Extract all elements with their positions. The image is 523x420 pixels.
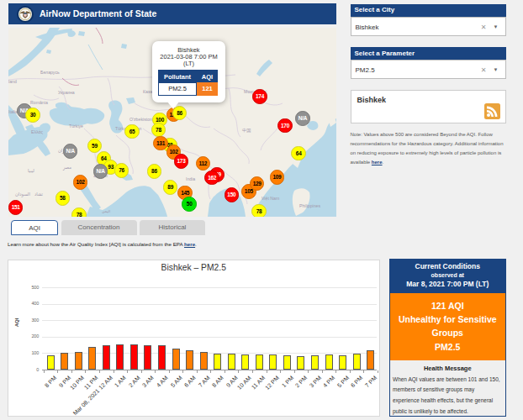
svg-text:مصر: مصر (62, 165, 71, 171)
svg-text:Беларусь: Беларусь (40, 70, 60, 75)
svg-text:Türkiye: Türkiye (69, 123, 83, 129)
svg-text:România: România (30, 100, 48, 105)
svg-text:ليبيا: ليبيا (28, 168, 34, 173)
svg-text:land: land (8, 79, 17, 84)
svg-text:India: India (186, 176, 195, 181)
svg-text:Ελλάς: Ελλάς (31, 129, 44, 134)
svg-text:O'zbekiston: O'zbekiston (129, 117, 152, 122)
svg-text:السودان: السودان (15, 192, 30, 197)
svg-text:Украина: Украина (58, 90, 75, 95)
svg-text:Philippines: Philippines (299, 203, 320, 208)
svg-text:中国: 中国 (242, 128, 251, 133)
svg-text:تشاد: تشاد (34, 192, 44, 197)
svg-text:اليمن: اليمن (102, 209, 110, 213)
svg-text:Việt Nam: Việt Nam (262, 196, 279, 201)
